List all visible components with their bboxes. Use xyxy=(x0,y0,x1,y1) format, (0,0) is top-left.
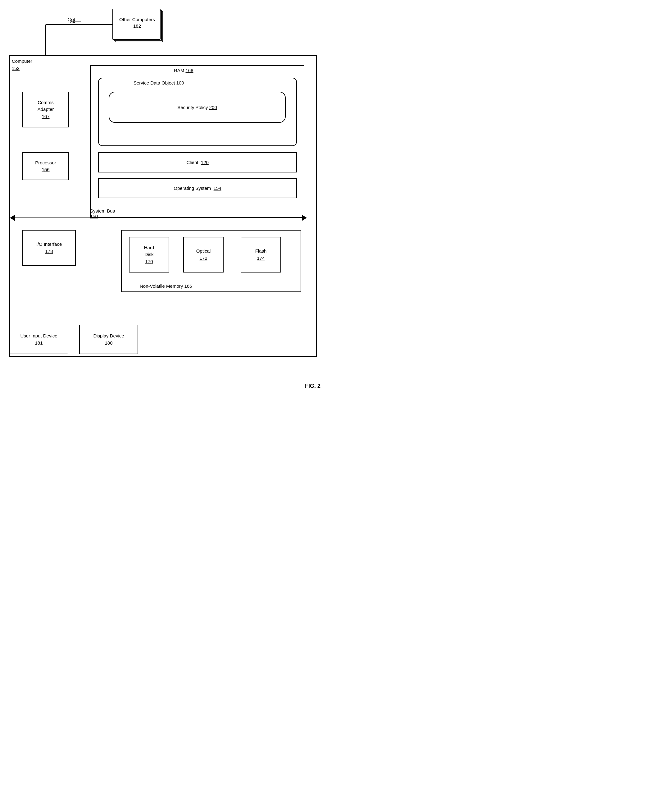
hard-disk-box: HardDisk170 xyxy=(129,237,169,273)
security-ref: 200 xyxy=(209,105,217,110)
io-interface-box: I/O Interface 178 xyxy=(22,230,76,266)
bus-arrow-left xyxy=(10,215,15,221)
system-bus-label: System Bus 160 xyxy=(90,208,115,219)
diagram: 184 xyxy=(0,0,336,399)
os-box: Operating System 154 xyxy=(98,178,297,198)
hard-disk-label: HardDisk170 xyxy=(144,244,154,265)
user-input-device-box: User Input Device 181 xyxy=(9,325,68,354)
bus-arrow-right xyxy=(302,215,307,221)
optical-box: Optical 172 xyxy=(183,237,224,273)
other-computers-wrapper: Other Computers 182 xyxy=(112,9,167,48)
uid-ref: 181 xyxy=(35,340,43,346)
ram-label: RAM 168 xyxy=(174,68,194,73)
client-ref: 120 xyxy=(201,160,209,165)
client-label: Client 120 xyxy=(186,160,209,165)
sdo-label: Service Data Object 100 xyxy=(134,80,184,85)
os-ref: 154 xyxy=(214,186,221,191)
user-input-device-label: User Input Device 181 xyxy=(20,332,57,346)
system-bus-ref: 160 xyxy=(90,213,98,219)
io-ref: 178 xyxy=(45,249,53,254)
display-device-label: Display Device 180 xyxy=(93,332,124,346)
display-device-box: Display Device 180 xyxy=(79,325,138,354)
processor-box: Processor 156 xyxy=(22,152,69,180)
other-computers-ref: 182 xyxy=(133,23,141,29)
hard-disk-ref: 170 xyxy=(145,259,153,264)
flash-box: Flash 174 xyxy=(241,237,281,273)
sdo-ref: 100 xyxy=(176,80,184,85)
comms-ref: 167 xyxy=(42,114,50,119)
nvm-ref: 166 xyxy=(184,283,192,289)
processor-label: Processor 156 xyxy=(35,159,56,173)
stack-page-front: Other Computers 182 xyxy=(112,9,160,40)
nvm-label: Non-Volatile Memory 166 xyxy=(140,283,192,289)
dd-ref: 180 xyxy=(105,340,112,346)
security-box: Security Policy 200 xyxy=(109,91,286,123)
optical-label: Optical 172 xyxy=(196,248,211,261)
other-computers-label: Other Computers 182 xyxy=(115,16,159,29)
optical-ref: 172 xyxy=(199,255,207,261)
client-box: Client 120 xyxy=(98,152,297,172)
system-bus-line xyxy=(13,218,304,218)
processor-ref: 156 xyxy=(42,167,50,172)
computer-ref: 152 xyxy=(12,66,19,71)
ram-ref: 168 xyxy=(186,68,194,73)
comms-adapter-label: CommsAdapter167 xyxy=(38,99,54,120)
flash-label: Flash 174 xyxy=(255,248,267,261)
fig-label: FIG. 2 xyxy=(305,383,320,389)
comms-adapter-box: CommsAdapter167 xyxy=(22,91,69,127)
flash-ref: 174 xyxy=(257,255,265,261)
arrow-184-label: 184 xyxy=(68,19,75,24)
computer-label: Computer 152 xyxy=(12,58,32,72)
io-interface-label: I/O Interface 178 xyxy=(36,241,62,255)
os-label: Operating System 154 xyxy=(174,186,221,191)
security-label: Security Policy 200 xyxy=(177,105,217,110)
